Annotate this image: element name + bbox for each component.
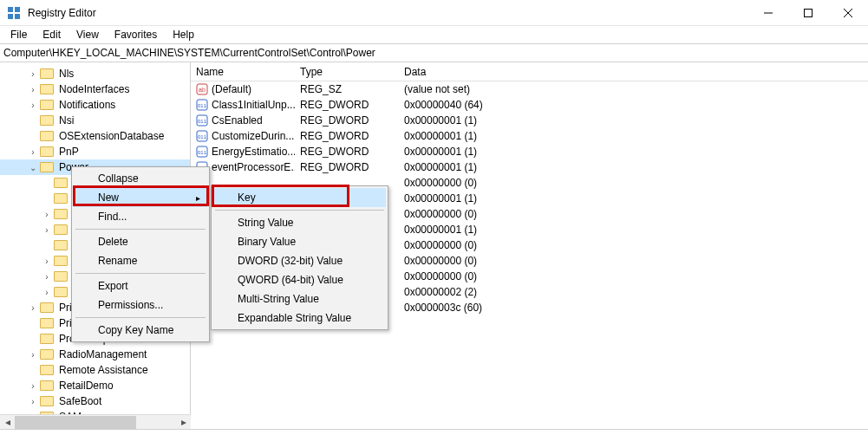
tree-item-label: OSExtensionDatabase <box>57 130 166 142</box>
chevron-right-icon[interactable]: › <box>42 210 52 219</box>
menu-view[interactable]: View <box>69 27 106 42</box>
ctx-delete[interactable]: Delete <box>74 232 207 251</box>
ctx-copy-key-name[interactable]: Copy Key Name <box>74 321 207 340</box>
svg-text:011: 011 <box>198 134 207 140</box>
chevron-right-icon[interactable]: › <box>28 101 38 110</box>
chevron-right-icon[interactable]: › <box>42 225 52 235</box>
ctx-permissions[interactable]: Permissions... <box>74 295 207 315</box>
col-name[interactable]: Name <box>191 66 295 78</box>
value-data: 0x00000002 (2) <box>399 286 868 298</box>
close-button[interactable] <box>828 0 868 26</box>
tree-item[interactable]: ›RadioManagement <box>0 347 190 362</box>
list-row[interactable]: 011eventProcessorE...REG_DWORD0x00000001… <box>191 159 868 175</box>
address-bar[interactable]: Computer\HKEY_LOCAL_MACHINE\SYSTEM\Curre… <box>0 43 868 62</box>
col-type[interactable]: Type <box>295 66 399 78</box>
tree-item[interactable]: OSExtensionDatabase <box>0 128 190 144</box>
chevron-down-icon[interactable]: ⌄ <box>28 163 38 172</box>
ctx-new-expandable-string-value[interactable]: Expandable String Value <box>213 308 386 328</box>
chevron-right-icon[interactable]: › <box>28 381 38 391</box>
chevron-right-icon[interactable]: › <box>42 256 52 266</box>
svg-text:011: 011 <box>198 119 207 124</box>
folder-icon <box>40 131 54 141</box>
menu-favorites[interactable]: Favorites <box>108 27 164 42</box>
tree-item[interactable]: ›SafeBoot <box>0 393 190 409</box>
ctx-new-string-value[interactable]: String Value <box>213 213 386 232</box>
list-row[interactable]: ab(Default)REG_SZ(value not set) <box>191 81 868 97</box>
value-data: 0x00000001 (1) <box>399 192 868 205</box>
tree-hscroll[interactable]: ◂ ▸ <box>0 414 191 429</box>
folder-icon <box>40 396 54 406</box>
scroll-left-icon[interactable]: ◂ <box>0 415 15 430</box>
folder-icon <box>40 365 54 375</box>
value-name: Class1InitialUnp... <box>212 99 295 111</box>
ctx-find[interactable]: Find... <box>74 207 207 226</box>
chevron-right-icon[interactable]: › <box>28 69 38 79</box>
minimize-button[interactable] <box>748 0 788 26</box>
menu-item-label: Collapse <box>98 172 139 185</box>
menu-item-label: Find... <box>98 211 127 223</box>
tree-item-label: NodeInterfaces <box>57 83 131 95</box>
tree-item[interactable]: ›Nls <box>0 66 190 81</box>
ctx-export[interactable]: Export <box>74 276 207 295</box>
ctx-collapse[interactable]: Collapse <box>74 169 207 188</box>
chevron-right-icon[interactable]: › <box>28 147 38 157</box>
ctx-new-dword-32-bit-value[interactable]: DWORD (32-bit) Value <box>213 251 386 270</box>
ctx-new[interactable]: New▸ <box>74 188 207 207</box>
chevron-right-icon[interactable]: › <box>42 288 52 297</box>
maximize-button[interactable] <box>788 0 828 26</box>
scroll-right-icon[interactable]: ▸ <box>176 415 191 430</box>
chevron-right-icon[interactable]: › <box>28 85 38 94</box>
col-data[interactable]: Data <box>399 66 868 78</box>
chevron-right-icon[interactable]: › <box>28 350 38 360</box>
menu-separator <box>75 273 206 274</box>
menu-file[interactable]: File <box>3 27 34 42</box>
value-data: 0x00000001 (1) <box>399 224 868 236</box>
menu-item-label: Delete <box>98 236 128 248</box>
list-row[interactable]: 011Class1InitialUnp...REG_DWORD0x0000004… <box>191 97 868 113</box>
svg-rect-0 <box>8 7 13 12</box>
svg-rect-5 <box>805 9 813 16</box>
tree-item-label: RadioManagement <box>57 348 148 360</box>
folder-icon <box>40 380 54 391</box>
list-row[interactable]: 011CustomizeDurin...REG_DWORD0x00000001 … <box>191 128 868 144</box>
tree-item[interactable]: ›RetailDemo <box>0 378 190 393</box>
tree-item[interactable]: ›NodeInterfaces <box>0 81 190 97</box>
value-name: CsEnabled <box>212 114 263 127</box>
tree-item[interactable]: Nsi <box>0 113 190 128</box>
svg-text:011: 011 <box>198 103 207 108</box>
menu-item-label: Rename <box>98 255 137 267</box>
menu-item-label: DWORD (32-bit) Value <box>238 255 343 267</box>
tree-item[interactable]: Remote Assistance <box>0 362 190 378</box>
tree-item-label: Nls <box>57 68 75 80</box>
folder-icon <box>54 193 68 204</box>
chevron-right-icon[interactable]: › <box>28 303 38 313</box>
list-row[interactable]: 011EnergyEstimatio...REG_DWORD0x00000001… <box>191 144 868 159</box>
menu-item-label: Copy Key Name <box>98 324 173 336</box>
value-type: REG_DWORD <box>295 161 399 173</box>
value-type: REG_DWORD <box>295 146 399 158</box>
list-row[interactable]: 011CsEnabledREG_DWORD0x00000001 (1) <box>191 113 868 128</box>
chevron-right-icon[interactable]: › <box>42 272 52 282</box>
menu-item-label: Export <box>98 280 128 292</box>
ctx-new-binary-value[interactable]: Binary Value <box>213 232 386 251</box>
ctx-new-key[interactable]: Key <box>213 188 386 207</box>
tree-item[interactable]: ›PnP <box>0 144 190 159</box>
svg-rect-2 <box>8 14 13 19</box>
menu-separator <box>75 317 206 318</box>
folder-icon <box>54 271 68 282</box>
ctx-rename[interactable]: Rename <box>74 251 207 270</box>
ctx-new-multi-string-value[interactable]: Multi-String Value <box>213 289 386 308</box>
value-name: CustomizeDurin... <box>212 130 294 142</box>
menu-help[interactable]: Help <box>166 27 201 42</box>
menu-item-label: Multi-String Value <box>238 293 319 305</box>
scroll-thumb[interactable] <box>15 416 136 429</box>
chevron-right-icon[interactable]: › <box>28 397 38 406</box>
folder-icon <box>40 162 54 172</box>
menu-item-label: Key <box>238 192 256 204</box>
menu-edit[interactable]: Edit <box>36 27 68 42</box>
ctx-new-qword-64-bit-value[interactable]: QWORD (64-bit) Value <box>213 270 386 289</box>
svg-text:ab: ab <box>199 87 206 93</box>
address-path: Computer\HKEY_LOCAL_MACHINE\SYSTEM\Curre… <box>3 47 375 59</box>
submenu-arrow-icon: ▸ <box>196 193 200 203</box>
tree-item[interactable]: ›Notifications <box>0 97 190 113</box>
